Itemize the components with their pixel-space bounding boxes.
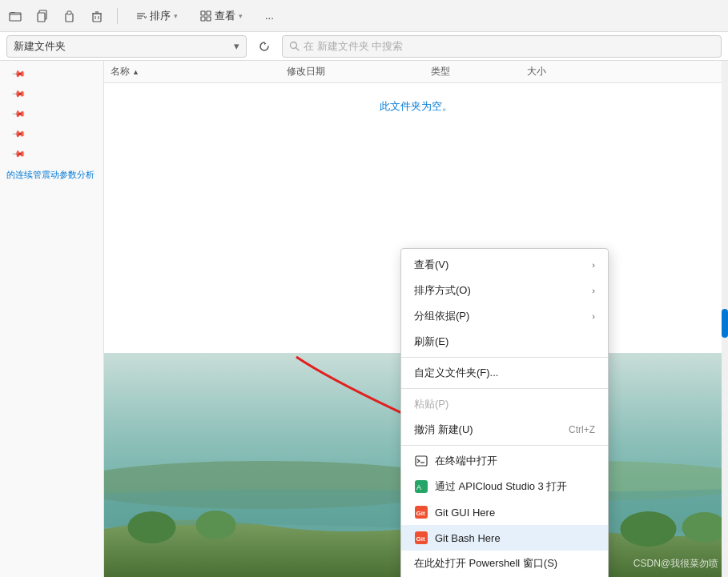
- ctx-gitbash[interactable]: Git Git Bash Here: [401, 525, 608, 551]
- svg-rect-5: [93, 14, 101, 22]
- sidebar-item-2[interactable]: 📌: [0, 84, 103, 104]
- pin-icon-1: 📌: [10, 66, 26, 82]
- gitbash-icon: Git: [414, 531, 428, 545]
- ctx-view[interactable]: 查看(V) ›: [401, 252, 608, 278]
- ctx-sort-label: 排序方式(O): [414, 283, 471, 298]
- svg-rect-4: [67, 11, 71, 14]
- paste-icon[interactable]: [61, 7, 78, 25]
- ctx-gitgui-label: Git GUI Here: [435, 507, 495, 519]
- ctx-undo-shortcut: Ctrl+Z: [569, 424, 595, 435]
- empty-folder-message: 此文件夹为空。: [104, 83, 728, 130]
- svg-rect-13: [201, 11, 205, 15]
- column-headers: 名称 ▲ 修改日期 类型 大小: [104, 61, 728, 83]
- ctx-powershell-label: 在此处打开 Powershell 窗口(S): [414, 556, 557, 571]
- ctx-group-label: 分组依据(P): [414, 309, 469, 323]
- ctx-paste: 粘贴(P): [401, 391, 608, 417]
- view-chevron: ▾: [239, 12, 243, 20]
- svg-text:Git: Git: [416, 510, 425, 517]
- ctx-apicloud[interactable]: A 通过 APICloud Studio 3 打开: [401, 474, 608, 499]
- terminal-icon: [414, 454, 428, 468]
- svg-point-22: [128, 511, 176, 543]
- ctx-sep-2: [401, 388, 608, 389]
- ctx-powershell[interactable]: 在此处打开 Powershell 窗口(S): [401, 551, 608, 576]
- search-box[interactable]: 在 新建文件夹 中搜索: [282, 35, 722, 58]
- svg-rect-27: [416, 456, 427, 466]
- svg-text:A: A: [416, 483, 421, 491]
- sidebar-item-link[interactable]: 的连续管震动参数分析: [0, 164, 103, 186]
- sidebar-item-1[interactable]: 📌: [0, 64, 103, 84]
- svg-text:Git: Git: [416, 535, 425, 543]
- ctx-customize-label: 自定义文件夹(F)...: [414, 366, 498, 380]
- sort-label: 排序: [150, 9, 171, 23]
- ctx-sort-arrow: ›: [592, 286, 595, 295]
- context-menu: 查看(V) › 排序方式(O) › 分组依据(P) › 刷新(E) 自定义文件夹…: [400, 248, 609, 577]
- pin-icon-3: 📌: [10, 106, 26, 122]
- sidebar-item-4[interactable]: 📌: [0, 124, 103, 144]
- svg-point-24: [621, 511, 677, 547]
- ctx-gitbash-label: Git Bash Here: [435, 532, 501, 544]
- sort-asc-icon: ▲: [132, 68, 139, 76]
- more-label: ...: [265, 10, 274, 22]
- pin-icon-2: 📌: [10, 86, 26, 102]
- gitgui-icon: Git: [414, 505, 428, 519]
- path-text: 新建文件夹: [14, 39, 66, 54]
- ctx-view-arrow: ›: [592, 260, 595, 270]
- ctx-sep-1: [401, 357, 608, 358]
- separator-1: [117, 8, 118, 24]
- ctx-refresh-label: 刷新(E): [414, 335, 448, 349]
- sidebar-item-5[interactable]: 📌: [0, 144, 103, 164]
- more-button[interactable]: ...: [259, 6, 280, 25]
- ctx-paste-label: 粘贴(P): [414, 397, 448, 411]
- address-chevron-icon[interactable]: ▾: [234, 40, 239, 52]
- sort-button[interactable]: 排序 ▾: [129, 6, 184, 26]
- ctx-view-label: 查看(V): [414, 258, 448, 272]
- svg-rect-15: [201, 17, 205, 21]
- col-type-header[interactable]: 类型: [431, 65, 527, 78]
- address-bar: 新建文件夹 ▾ 在 新建文件夹 中搜索: [0, 32, 728, 61]
- ctx-sep-3: [401, 445, 608, 446]
- sidebar-item-3[interactable]: 📌: [0, 104, 103, 124]
- svg-point-23: [196, 511, 236, 539]
- svg-point-25: [682, 512, 727, 543]
- scrollbar-thumb[interactable]: [722, 309, 728, 338]
- address-path[interactable]: 新建文件夹 ▾: [6, 35, 247, 58]
- new-folder-icon[interactable]: [6, 7, 24, 25]
- ctx-refresh[interactable]: 刷新(E): [401, 329, 608, 355]
- ctx-group[interactable]: 分组依据(P) ›: [401, 303, 608, 329]
- scrollbar-track[interactable]: [722, 61, 728, 577]
- refresh-button[interactable]: [253, 35, 276, 58]
- copy-icon[interactable]: [34, 7, 51, 25]
- search-placeholder: 在 新建文件夹 中搜索: [304, 39, 403, 54]
- delete-icon[interactable]: [88, 7, 106, 25]
- view-label: 查看: [215, 9, 235, 23]
- main-area: 📌 📌 📌 📌 📌 的连续管震动参数分析 名称 ▲ 修改日期: [0, 61, 728, 577]
- toolbar: 排序 ▾ 查看 ▾ ...: [0, 0, 728, 32]
- col-size-header[interactable]: 大小: [527, 65, 591, 78]
- ctx-customize[interactable]: 自定义文件夹(F)...: [401, 360, 608, 386]
- ctx-apicloud-label: 通过 APICloud Studio 3 打开: [435, 479, 567, 494]
- ctx-gitgui[interactable]: Git Git GUI Here: [401, 499, 608, 525]
- svg-rect-14: [207, 11, 211, 15]
- col-name-header[interactable]: 名称 ▲: [111, 65, 287, 78]
- svg-rect-2: [38, 13, 45, 22]
- ctx-sort[interactable]: 排序方式(O) ›: [401, 278, 608, 303]
- sort-chevron: ▾: [174, 12, 178, 20]
- ctx-terminal[interactable]: 在终端中打开: [401, 448, 608, 474]
- svg-rect-16: [207, 17, 211, 21]
- svg-line-18: [296, 48, 300, 51]
- pin-icon-4: 📌: [10, 126, 26, 142]
- sidebar: 📌 📌 📌 📌 📌 的连续管震动参数分析: [0, 61, 104, 577]
- ctx-undo[interactable]: 撤消 新建(U) Ctrl+Z: [401, 417, 608, 443]
- sidebar-link-text: 的连续管震动参数分析: [6, 169, 95, 181]
- ctx-group-arrow: ›: [592, 311, 595, 321]
- ctx-undo-label: 撤消 新建(U): [414, 423, 473, 437]
- view-button[interactable]: 查看 ▾: [194, 6, 249, 26]
- watermark: CSDN@我很菜勿喷: [633, 557, 718, 571]
- pin-icon-5: 📌: [10, 146, 26, 162]
- apicloud-icon: A: [414, 479, 428, 494]
- ctx-terminal-label: 在终端中打开: [435, 454, 497, 468]
- col-date-header[interactable]: 修改日期: [287, 65, 431, 78]
